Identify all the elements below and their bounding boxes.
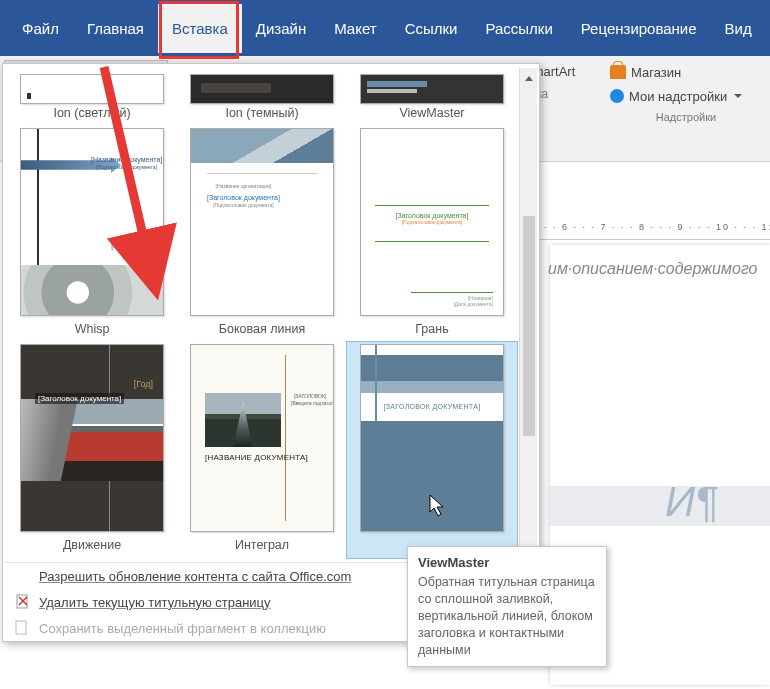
remove-page-icon (15, 594, 31, 610)
tooltip-title: ViewMaster (418, 555, 596, 570)
gallery-item-ion-dark[interactable]: Ion (темный) (177, 72, 347, 126)
pilcrow: И¶ (665, 478, 718, 526)
tab-view[interactable]: Вид (711, 4, 766, 53)
save-selection-icon (15, 620, 31, 636)
store-icon (610, 65, 626, 79)
gallery-item-viewmaster2[interactable]: [ЗАГОЛОВОК ДОКУМЕНТА] (347, 342, 517, 558)
addins-group: Магазин Мои надстройки Надстройки (606, 60, 766, 126)
group-label-addins: Надстройки (606, 111, 766, 123)
gallery-item-viewmaster[interactable]: ViewMaster (347, 72, 517, 126)
gallery-item-facet[interactable]: [Заголовок документа][Подзаголовок докум… (347, 126, 517, 342)
globe-icon (15, 568, 31, 584)
gallery-scrollbar[interactable] (519, 68, 537, 562)
tooltip: ViewMaster Обратная титульная страница с… (407, 546, 607, 667)
chevron-down-icon (734, 94, 742, 98)
store-button[interactable]: Магазин (606, 60, 766, 84)
addins-icon (610, 89, 624, 103)
svg-rect-4 (16, 621, 26, 634)
tab-layout[interactable]: Макет (320, 4, 390, 53)
gallery-item-motion[interactable]: [Год] [Заголовок документа] Движение (7, 342, 177, 558)
tab-mailings[interactable]: Рассылки (471, 4, 566, 53)
tab-home[interactable]: Главная (73, 4, 158, 53)
gallery-item-whisp[interactable]: [Название документа][Подзаголовок докуме… (7, 126, 177, 342)
tab-file[interactable]: Файл (8, 4, 73, 53)
scroll-thumb[interactable] (523, 216, 535, 436)
tab-review[interactable]: Рецензирование (567, 4, 711, 53)
my-addins-button[interactable]: Мои надстройки (606, 84, 766, 108)
gallery-item-sideline[interactable]: [Название организации][Заголовок докумен… (177, 126, 347, 342)
gray-band (548, 486, 770, 526)
gallery-item-ion-light[interactable]: Ion (светлый) (7, 72, 177, 126)
tab-design[interactable]: Дизайн (242, 4, 320, 53)
tooltip-body: Обратная титульная страница со сплошной … (418, 574, 596, 658)
ruler[interactable]: · · 6 · · · 7 · · · 8 · · · 9 · · · 10 ·… (540, 222, 770, 240)
gallery-item-integral[interactable]: [ЗАГОЛОВОК] [Введите подзаголовок докуме… (177, 342, 347, 558)
ribbon-tabs: Файл Главная Вставка Дизайн Макет Ссылки… (0, 0, 770, 56)
document-text: им·описанием·содержимого (548, 260, 770, 278)
tab-insert[interactable]: Вставка (158, 4, 242, 53)
scroll-up-button[interactable] (522, 70, 536, 86)
tab-references[interactable]: Ссылки (391, 4, 472, 53)
